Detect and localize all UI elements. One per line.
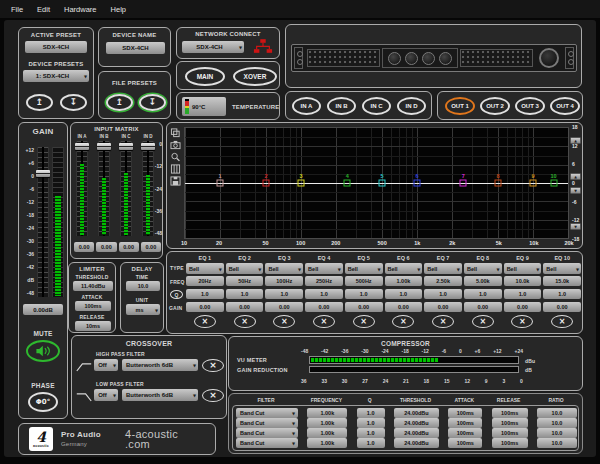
eq-band-marker[interactable]: 3 <box>298 180 305 187</box>
notebook-icon[interactable] <box>169 164 181 174</box>
limiter-release-value[interactable]: 10ms <box>75 321 111 331</box>
hpf-state-select[interactable]: Off <box>94 359 118 371</box>
filter-type-select[interactable]: Band Cut <box>236 428 298 438</box>
eq-freq-value[interactable]: 1.00k <box>385 276 423 286</box>
gain-fader-cap[interactable] <box>36 170 50 177</box>
filter-ratio-value[interactable]: 10.0 <box>537 418 577 428</box>
output-channel-button[interactable]: OUT 2 <box>480 97 510 115</box>
eq-bypass-button[interactable]: × <box>353 315 375 328</box>
eq-bypass-button[interactable]: × <box>313 315 335 328</box>
menu-item[interactable]: File <box>11 5 23 14</box>
eq-bypass-button[interactable]: × <box>273 315 295 328</box>
zoom-in-y-button[interactable]: ▲ <box>570 137 581 144</box>
eq-q-value[interactable]: 1.0 <box>186 289 224 299</box>
filter-threshold-value[interactable]: 24.00dBu <box>394 408 439 418</box>
filter-q-value[interactable]: 1.0 <box>357 408 385 418</box>
camera-icon[interactable] <box>169 140 181 150</box>
scroll-up-button[interactable]: ▲ <box>570 173 581 180</box>
eq-type-select[interactable]: Bell <box>424 263 462 274</box>
filter-q-value[interactable]: 1.0 <box>357 438 385 448</box>
eq-type-select[interactable]: Bell <box>305 263 343 274</box>
eq-gain-value[interactable]: 0.00 <box>385 302 423 312</box>
filter-type-select[interactable]: Band Cut <box>236 408 298 418</box>
matrix-fader-cap[interactable] <box>75 143 89 150</box>
eq-freq-value[interactable]: 15.0k <box>543 276 581 286</box>
eq-freq-value[interactable]: 50Hz <box>226 276 264 286</box>
lpf-state-select[interactable]: Off <box>94 389 118 401</box>
filter-ratio-value[interactable]: 10.0 <box>537 438 577 448</box>
matrix-fader-cap[interactable] <box>119 143 133 150</box>
eq-q-value[interactable]: 1.0 <box>265 289 303 299</box>
magnifier-icon[interactable] <box>169 152 181 162</box>
eq-freq-value[interactable]: 500Hz <box>345 276 383 286</box>
eq-gain-value[interactable]: 0.00 <box>504 302 542 312</box>
eq-bypass-button[interactable]: × <box>392 315 414 328</box>
filter-frequency-value[interactable]: 1.00k <box>307 428 347 438</box>
eq-band-marker[interactable]: 1 <box>216 180 223 187</box>
save-icon[interactable] <box>169 176 181 186</box>
lpf-type-select[interactable]: Butterworth 6dB <box>122 389 198 401</box>
filter-release-value[interactable]: 100ms <box>492 438 528 448</box>
delay-time-value[interactable]: 10.0 <box>126 281 160 291</box>
eq-gain-value[interactable]: 0.00 <box>305 302 343 312</box>
output-channel-button[interactable]: OUT 3 <box>515 97 545 115</box>
eq-freq-value[interactable]: 2.50k <box>424 276 462 286</box>
eq-q-value[interactable]: 1.0 <box>385 289 423 299</box>
filter-frequency-value[interactable]: 1.00k <box>307 408 347 418</box>
filter-type-select[interactable]: Band Cut <box>236 438 298 448</box>
eq-gain-value[interactable]: 0.00 <box>543 302 581 312</box>
eq-gain-value[interactable]: 0.00 <box>424 302 462 312</box>
menu-item[interactable]: Edit <box>37 5 50 14</box>
limiter-threshold-value[interactable]: 11.40dBu <box>73 281 113 291</box>
preset-save-button[interactable]: ↧ <box>60 94 87 111</box>
eq-q-value[interactable]: 1.0 <box>305 289 343 299</box>
output-channel-button[interactable]: OUT 4 <box>550 97 580 115</box>
eq-q-value[interactable]: 1.0 <box>543 289 581 299</box>
filter-attack-value[interactable]: 100ms <box>448 418 482 428</box>
eq-type-select[interactable]: Bell <box>265 263 303 274</box>
menu-item[interactable]: Help <box>111 5 126 14</box>
hpf-bypass-button[interactable]: × <box>202 359 224 372</box>
eq-q-value[interactable]: 1.0 <box>424 289 462 299</box>
network-device-select[interactable]: SDX-4CH <box>182 41 244 53</box>
eq-freq-value[interactable]: 10.0k <box>504 276 542 286</box>
phase-button[interactable]: Φ0° <box>28 392 58 412</box>
zoom-out-y-button[interactable]: ▼ <box>570 223 581 230</box>
device-preset-select[interactable]: 1: SDX-4CH <box>23 70 89 82</box>
filter-release-value[interactable]: 100ms <box>492 408 528 418</box>
eq-gain-value[interactable]: 0.00 <box>265 302 303 312</box>
mute-button[interactable] <box>26 340 60 362</box>
eq-type-select[interactable]: Bell <box>186 263 224 274</box>
eq-freq-value[interactable]: 20Hz <box>186 276 224 286</box>
eq-freq-value[interactable]: 100Hz <box>265 276 303 286</box>
eq-freq-value[interactable]: 5.00k <box>464 276 502 286</box>
filter-q-value[interactable]: 1.0 <box>357 418 385 428</box>
eq-type-select[interactable]: Bell <box>464 263 502 274</box>
filter-attack-value[interactable]: 100ms <box>448 438 482 448</box>
matrix-fader[interactable] <box>98 141 110 236</box>
eq-type-select[interactable]: Bell <box>226 263 264 274</box>
eq-q-value[interactable]: 1.0 <box>226 289 264 299</box>
filter-attack-value[interactable]: 100ms <box>448 428 482 438</box>
eq-q-value[interactable]: 1.0 <box>345 289 383 299</box>
eq-bypass-button[interactable]: × <box>472 315 494 328</box>
input-channel-button[interactable]: IN C <box>362 97 391 115</box>
filter-q-value[interactable]: 1.0 <box>357 428 385 438</box>
xover-view-button[interactable]: XOVER <box>233 67 277 86</box>
network-icon[interactable] <box>253 38 273 58</box>
eq-q-row-label[interactable]: Q <box>170 290 183 299</box>
filter-release-value[interactable]: 100ms <box>492 418 528 428</box>
filter-frequency-value[interactable]: 1.00k <box>307 438 347 448</box>
eq-band-marker[interactable]: 4 <box>344 180 351 187</box>
filter-threshold-value[interactable]: 24.00dBu <box>394 428 439 438</box>
file-load-button[interactable]: ↥ <box>106 94 133 111</box>
eq-type-select[interactable]: Bell <box>345 263 383 274</box>
output-channel-button[interactable]: OUT 1 <box>445 97 475 115</box>
filter-threshold-value[interactable]: 24.00dBu <box>394 418 439 428</box>
eq-type-select[interactable]: Bell <box>543 263 581 274</box>
filter-release-value[interactable]: 100ms <box>492 428 528 438</box>
eq-bypass-button[interactable]: × <box>194 315 216 328</box>
eq-band-marker[interactable]: 5 <box>379 180 386 187</box>
eq-gain-value[interactable]: 0.00 <box>464 302 502 312</box>
pages-icon[interactable] <box>169 128 181 138</box>
